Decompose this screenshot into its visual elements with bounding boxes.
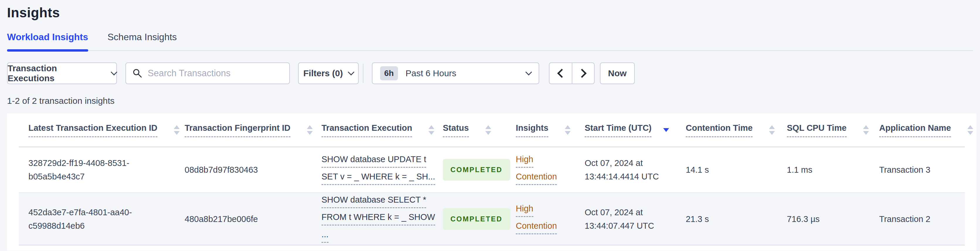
status-badge: COMPLETED xyxy=(443,159,510,181)
search-icon xyxy=(132,68,142,78)
toolbar: Transaction Executions Filters (0) 6h Pa… xyxy=(7,62,980,84)
column-header-application-name[interactable]: Application Name xyxy=(870,123,965,137)
status-cell: COMPLETED xyxy=(433,159,506,181)
time-range-badge: 6h xyxy=(380,66,398,80)
page-title: Insights xyxy=(7,5,980,21)
tab-workload-insights[interactable]: Workload Insights xyxy=(7,32,88,50)
active-tab-indicator xyxy=(7,49,88,51)
filters-dropdown-label: Filters (0) xyxy=(303,68,343,78)
search-transactions-input[interactable] xyxy=(148,68,283,78)
previous-time-window-button[interactable] xyxy=(549,63,572,83)
search-transactions-box[interactable] xyxy=(126,62,290,84)
column-header-start-time[interactable]: Start Time (UTC) xyxy=(575,123,676,137)
time-range-label: Past 6 Hours xyxy=(406,68,456,78)
column-header-transaction-fingerprint-id[interactable]: Transaction Fingerprint ID xyxy=(175,123,312,137)
application-name-cell: Transaction 2 xyxy=(870,212,965,226)
column-header-sql-cpu-time[interactable]: SQL CPU Time xyxy=(777,123,870,137)
contention-time-cell: 21.3 s xyxy=(676,212,777,226)
results-count: 1-2 of 2 transaction insights xyxy=(7,96,980,106)
sql-cpu-time-cell: 1.1 ms xyxy=(777,163,870,176)
insight-type-dropdown[interactable]: Transaction Executions xyxy=(7,62,117,84)
sql-cpu-time-cell: 716.3 µs xyxy=(777,212,870,226)
insights-cell: High Contention xyxy=(506,152,575,187)
table-row: 328729d2-ff19-4408-8531- b05a5b4e43c7 08… xyxy=(19,147,965,193)
tab-workload-insights-label: Workload Insights xyxy=(7,32,88,42)
column-header-contention-time[interactable]: Contention Time xyxy=(676,123,777,137)
table-row: 452da3e7-e7fa-4801-aa40- c59988d14eb6 48… xyxy=(19,193,965,245)
transaction-execution-link[interactable]: ... xyxy=(321,227,329,243)
transaction-fingerprint-id-cell: 480a8b217be006fe xyxy=(175,212,312,226)
contention-time-cell: 14.1 s xyxy=(676,163,777,176)
toolbar-divider xyxy=(363,64,363,83)
transaction-execution-link[interactable]: FROM t WHERE k = _ SHOW xyxy=(321,210,435,225)
sort-icon[interactable] xyxy=(565,125,571,135)
sort-icon[interactable] xyxy=(769,125,775,135)
insights-tabs: Workload Insights Schema Insights xyxy=(7,32,973,51)
insight-link[interactable]: High xyxy=(516,202,533,217)
chevron-down-icon xyxy=(348,69,355,76)
sort-desc-icon[interactable] xyxy=(663,128,669,132)
insights-cell: High Contention xyxy=(506,202,575,237)
tab-schema-insights-label: Schema Insights xyxy=(108,32,177,42)
now-button-label: Now xyxy=(608,68,627,78)
time-window-pager xyxy=(549,62,595,84)
tab-schema-insights[interactable]: Schema Insights xyxy=(108,32,177,50)
column-header-status[interactable]: Status xyxy=(433,123,506,137)
chevron-left-icon xyxy=(557,69,566,78)
filters-dropdown[interactable]: Filters (0) xyxy=(298,62,359,84)
table-header-row: Latest Transaction Execution ID Transact… xyxy=(19,114,965,147)
application-name-cell: Transaction 3 xyxy=(870,163,965,176)
time-range-dropdown[interactable]: 6h Past 6 Hours xyxy=(372,62,539,84)
transaction-execution-link[interactable]: SET v = _ WHERE k = _ SH... xyxy=(321,170,435,185)
status-cell: COMPLETED xyxy=(433,208,506,230)
latest-transaction-execution-id-cell: 452da3e7-e7fa-4801-aa40- c59988d14eb6 xyxy=(19,206,175,232)
chevron-right-icon xyxy=(578,69,586,78)
start-time-cell: Oct 07, 2024 at 13:44:14.4414 UTC xyxy=(575,156,676,183)
status-badge: COMPLETED xyxy=(443,208,510,230)
insight-link[interactable]: High xyxy=(516,152,533,168)
chevron-down-icon xyxy=(525,69,532,76)
now-button[interactable]: Now xyxy=(600,62,635,84)
insight-link[interactable]: Contention xyxy=(516,170,557,185)
insight-link[interactable]: Contention xyxy=(516,219,557,234)
sort-icon[interactable] xyxy=(485,125,491,135)
transaction-insights-table: Latest Transaction Execution ID Transact… xyxy=(7,114,977,251)
chevron-down-icon xyxy=(111,69,118,76)
next-time-window-button[interactable] xyxy=(572,63,594,83)
transaction-execution-cell: SHOW database UPDATE t SET v = _ WHERE k… xyxy=(312,152,433,187)
sort-icon[interactable] xyxy=(863,125,869,135)
transaction-execution-link[interactable]: SHOW database SELECT * xyxy=(321,193,426,208)
transaction-execution-link[interactable]: SHOW database UPDATE t xyxy=(321,152,426,168)
sort-icon[interactable] xyxy=(967,125,973,135)
transaction-fingerprint-id-cell: 08d8b7d97f830463 xyxy=(175,163,312,176)
insight-type-dropdown-label: Transaction Executions xyxy=(8,63,106,83)
start-time-cell: Oct 07, 2024 at 13:44:07.447 UTC xyxy=(575,206,676,232)
column-header-latest-transaction-execution-id[interactable]: Latest Transaction Execution ID xyxy=(19,123,175,137)
latest-transaction-execution-id-cell: 328729d2-ff19-4408-8531- b05a5b4e43c7 xyxy=(19,156,175,183)
column-header-insights[interactable]: Insights xyxy=(506,123,575,137)
transaction-execution-cell: SHOW database SELECT * FROM t WHERE k = … xyxy=(312,193,433,245)
column-header-transaction-execution[interactable]: Transaction Execution xyxy=(312,123,433,137)
